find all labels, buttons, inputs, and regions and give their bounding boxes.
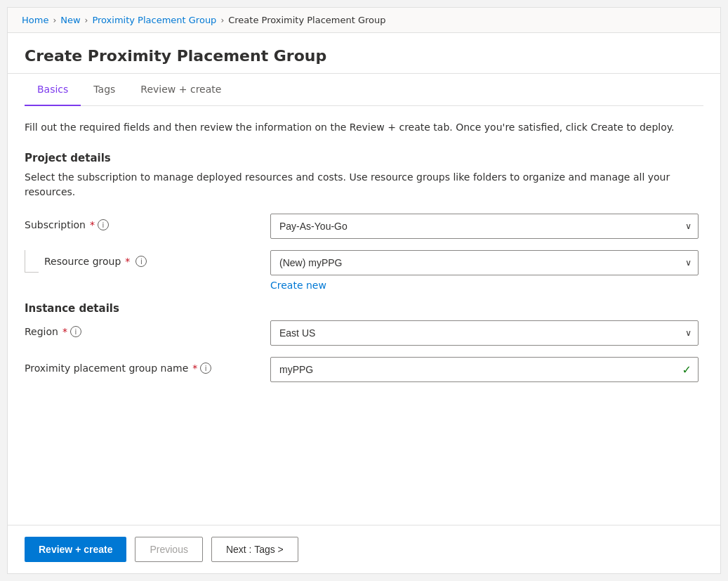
region-label: Region * i [25,320,256,337]
breadcrumb-current: Create Proximity Placement Group [228,15,385,25]
ppg-name-row: Proximity placement group name * i ✓ [25,357,703,382]
subscription-label-text: Subscription [25,219,86,230]
review-create-button[interactable]: Review + create [25,537,126,562]
subscription-row: Subscription * i Pay-As-You-Go ∨ [25,214,703,239]
project-details-section: Project details Select the subscription … [25,152,703,291]
ppg-name-input-wrapper: ✓ [270,357,699,382]
resource-group-select-wrapper: (New) myPPG ∨ [270,250,699,275]
previous-button[interactable]: Previous [135,537,202,562]
tab-review-create[interactable]: Review + create [128,74,234,106]
project-details-title: Project details [25,152,703,164]
subscription-control: Pay-As-You-Go ∨ [270,214,699,239]
instance-details-section: Instance details Region * i East US ∨ [25,302,703,382]
breadcrumb: Home › New › Proximity Placement Group ›… [8,8,720,33]
ppg-name-label-text: Proximity placement group name [25,363,188,374]
resource-group-required: * [125,256,130,267]
region-label-text: Region [25,326,58,337]
ppg-name-input[interactable] [270,357,699,382]
region-info-icon[interactable]: i [70,326,81,337]
breadcrumb-separator-3: › [220,15,224,25]
ppg-name-check-icon: ✓ [682,363,691,377]
region-control: East US ∨ [270,320,699,346]
region-row: Region * i East US ∨ [25,320,703,346]
page-title: Create Proximity Placement Group [25,47,703,65]
breadcrumb-new[interactable]: New [60,15,80,25]
subscription-select-wrapper: Pay-As-You-Go ∨ [270,214,699,239]
resource-group-control: (New) myPPG ∨ Create new [270,250,699,291]
subscription-select[interactable]: Pay-As-You-Go [270,214,699,239]
resource-group-row: Resource group * i (New) myPPG ∨ Create … [25,250,703,291]
instance-details-title: Instance details [25,302,703,315]
subscription-label: Subscription * i [25,214,256,230]
tab-bar: Basics Tags Review + create [25,74,703,106]
ppg-name-required: * [192,363,197,374]
form-description: Fill out the required fields and then re… [25,120,703,135]
breadcrumb-ppg[interactable]: Proximity Placement Group [92,15,216,25]
breadcrumb-separator-1: › [53,15,56,25]
resource-group-info-icon[interactable]: i [135,256,147,267]
project-details-description: Select the subscription to manage deploy… [25,170,703,200]
resource-group-select[interactable]: (New) myPPG [270,250,699,275]
ppg-name-control: ✓ [270,357,699,382]
next-button[interactable]: Next : Tags > [211,537,298,562]
main-content: Basics Tags Review + create Fill out the… [8,74,720,459]
region-required: * [62,326,67,337]
subscription-info-icon[interactable]: i [98,219,109,230]
subscription-required: * [90,219,95,230]
breadcrumb-separator-2: › [85,15,88,25]
region-select[interactable]: East US [270,320,699,346]
ppg-name-label: Proximity placement group name * i [25,357,256,374]
ppg-name-info-icon[interactable]: i [200,363,211,374]
create-new-link[interactable]: Create new [270,280,326,291]
breadcrumb-home[interactable]: Home [22,15,48,25]
bottom-bar: Review + create Previous Next : Tags > [8,525,720,573]
region-select-wrapper: East US ∨ [270,320,699,346]
page-header: Create Proximity Placement Group [8,33,720,74]
resource-group-label: Resource group * i [25,250,256,273]
tab-basics[interactable]: Basics [25,74,81,106]
tab-tags[interactable]: Tags [81,74,128,106]
resource-group-label-text: Resource group [44,256,121,267]
